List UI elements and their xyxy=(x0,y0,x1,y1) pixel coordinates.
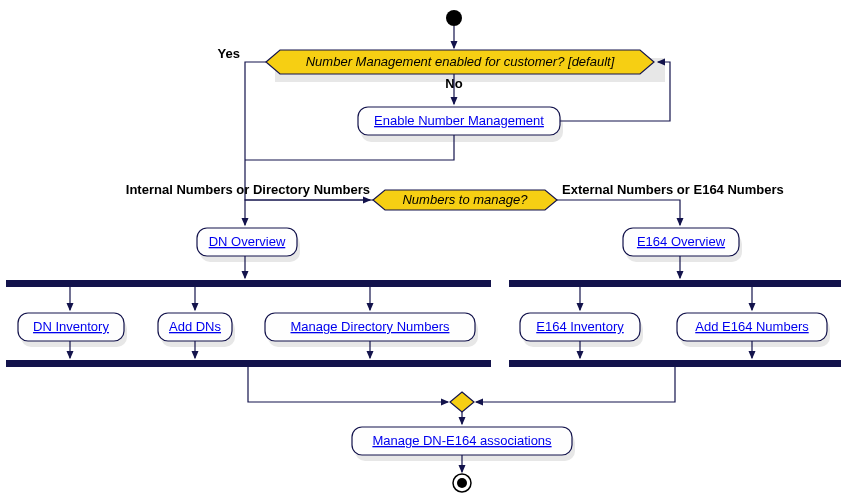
dn-overview[interactable]: DN Overview xyxy=(197,228,300,262)
join-bar-right xyxy=(509,360,841,367)
start-node xyxy=(446,10,462,26)
e164-inventory[interactable]: E164 Inventory xyxy=(520,313,643,347)
e164-overview[interactable]: E164 Overview xyxy=(623,228,742,262)
enable-number-management[interactable]: Enable Number Management xyxy=(358,107,563,142)
svg-text:Numbers to manage?: Numbers to manage? xyxy=(402,192,528,207)
manage-directory-numbers[interactable]: Manage Directory Numbers xyxy=(265,313,478,347)
add-dns[interactable]: Add DNs xyxy=(158,313,235,347)
branch-external: External Numbers or E164 Numbers xyxy=(562,182,784,197)
svg-text:E164 Overview: E164 Overview xyxy=(637,234,726,249)
svg-text:Add E164 Numbers: Add E164 Numbers xyxy=(695,319,809,334)
end-node xyxy=(457,478,467,488)
svg-text:Enable Number Management: Enable Number Management xyxy=(374,113,544,128)
branch-internal: Internal Numbers or Directory Numbers xyxy=(126,182,370,197)
add-e164-numbers[interactable]: Add E164 Numbers xyxy=(677,313,830,347)
svg-text:Number Management enabled for : Number Management enabled for customer? … xyxy=(306,54,615,69)
svg-text:DN Overview: DN Overview xyxy=(209,234,286,249)
fork-bar-left xyxy=(6,280,491,287)
decision-numbers-to-manage: Numbers to manage? xyxy=(373,190,557,210)
decision-customer-enabled: Number Management enabled for customer? … xyxy=(266,50,665,82)
svg-text:DN Inventory: DN Inventory xyxy=(33,319,109,334)
svg-text:Add DNs: Add DNs xyxy=(169,319,222,334)
branch-yes: Yes xyxy=(218,46,240,61)
dn-inventory[interactable]: DN Inventory xyxy=(18,313,127,347)
svg-text:Manage DN-E164 associations: Manage DN-E164 associations xyxy=(372,433,552,448)
merge-diamond xyxy=(450,392,474,412)
manage-dn-e164-associations[interactable]: Manage DN-E164 associations xyxy=(352,427,575,461)
svg-text:Manage Directory Numbers: Manage Directory Numbers xyxy=(291,319,450,334)
fork-bar-right xyxy=(509,280,841,287)
svg-text:E164 Inventory: E164 Inventory xyxy=(536,319,624,334)
join-bar-left xyxy=(6,360,491,367)
